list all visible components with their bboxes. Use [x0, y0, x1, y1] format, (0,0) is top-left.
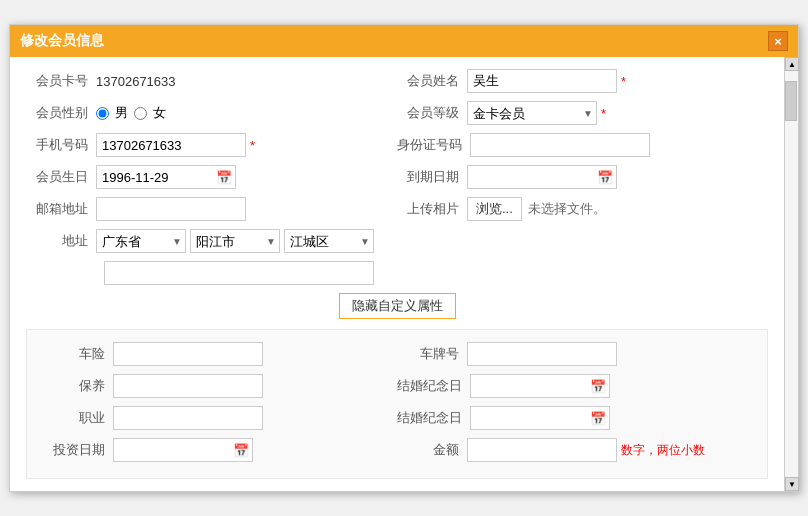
row-gender-level: 会员性别 男 女 会员等级 金卡会员 银卡会: [26, 101, 768, 125]
email-field: 邮箱地址: [26, 197, 397, 221]
gender-male-label: 男: [115, 104, 128, 122]
address-row: 地址 广东省 ▼ 阳江市 ▼: [26, 229, 768, 253]
birthday-field: 会员生日 📅: [26, 165, 397, 189]
edit-member-dialog: 修改会员信息 × 会员卡号 13702671633 会员姓名 *: [9, 24, 799, 492]
expire-field: 到期日期 📅: [397, 165, 768, 189]
city-select[interactable]: 阳江市: [190, 229, 280, 253]
custom-row-invest: 投资日期 📅 金额 数字，两位小数: [43, 438, 751, 462]
wedding-anniversary1-label: 结婚纪念日: [397, 377, 470, 395]
member-level-select-wrapper: 金卡会员 银卡会员 普通会员 ▼: [467, 101, 597, 125]
member-card-field: 会员卡号 13702671633: [26, 69, 397, 93]
dialog-scrollbar-area: 会员卡号 13702671633 会员姓名 * 会员性别: [10, 57, 798, 491]
member-gender-field: 会员性别 男 女: [26, 101, 397, 125]
upload-label: 上传相片: [397, 200, 467, 218]
wedding1-input[interactable]: [470, 374, 610, 398]
member-name-field: 会员姓名 *: [397, 69, 768, 93]
idcard-field: 身份证号码: [397, 133, 768, 157]
member-level-field: 会员等级 金卡会员 银卡会员 普通会员 ▼ *: [397, 101, 768, 125]
amount-label: 金额: [397, 441, 467, 459]
idcard-input[interactable]: [470, 133, 650, 157]
city-select-wrapper: 阳江市 ▼: [190, 229, 280, 253]
wedding-anniversary2-label: 结婚纪念日: [397, 409, 470, 427]
browse-button[interactable]: 浏览...: [467, 197, 522, 221]
email-label: 邮箱地址: [26, 200, 96, 218]
license-plate-input[interactable]: [467, 342, 617, 366]
member-level-label: 会员等级: [397, 104, 467, 122]
scroll-down-button[interactable]: ▼: [785, 477, 799, 491]
row-email-upload: 邮箱地址 上传相片 浏览... 未选择文件。: [26, 197, 768, 221]
member-name-input[interactable]: [467, 69, 617, 93]
birthday-input[interactable]: [96, 165, 236, 189]
province-select[interactable]: 广东省: [96, 229, 186, 253]
member-gender-label: 会员性别: [26, 104, 96, 122]
province-select-wrapper: 广东省 ▼: [96, 229, 186, 253]
upload-field: 上传相片 浏览... 未选择文件。: [397, 197, 768, 221]
wedding2-date-wrapper: 📅: [470, 406, 610, 430]
level-required: *: [601, 106, 606, 121]
expire-input[interactable]: [467, 165, 617, 189]
row-birthday-expire: 会员生日 📅 到期日期 📅: [26, 165, 768, 189]
expire-label: 到期日期: [397, 168, 467, 186]
dialog-title: 修改会员信息: [20, 32, 104, 50]
maintenance-field: 保养: [43, 374, 397, 398]
member-name-label: 会员姓名: [397, 72, 467, 90]
no-file-text: 未选择文件。: [528, 200, 606, 218]
career-label: 职业: [43, 409, 113, 427]
career-input[interactable]: [113, 406, 263, 430]
custom-row-car: 车险 车牌号: [43, 342, 751, 366]
custom-row-maintenance: 保养 结婚纪念日 📅: [43, 374, 751, 398]
wedding1-date-wrapper: 📅: [470, 374, 610, 398]
birthday-date-wrapper: 📅: [96, 165, 236, 189]
district-select-wrapper: 江城区 ▼: [284, 229, 374, 253]
amount-hint: 数字，两位小数: [621, 442, 705, 459]
invest-date-wrapper: 📅: [113, 438, 253, 462]
email-input[interactable]: [96, 197, 246, 221]
wedding2-field: 结婚纪念日 📅: [397, 406, 751, 430]
car-insurance-label: 车险: [43, 345, 113, 363]
phone-field: 手机号码 *: [26, 133, 397, 157]
invest-date-label: 投资日期: [43, 441, 113, 459]
wedding2-input[interactable]: [470, 406, 610, 430]
dialog-main-content: 会员卡号 13702671633 会员姓名 * 会员性别: [10, 57, 784, 491]
scroll-track: [785, 71, 798, 477]
district-select[interactable]: 江城区: [284, 229, 374, 253]
dialog-body: 会员卡号 13702671633 会员姓名 * 会员性别: [10, 57, 784, 491]
amount-input[interactable]: [467, 438, 617, 462]
car-insurance-input[interactable]: [113, 342, 263, 366]
career-field: 职业: [43, 406, 397, 430]
birthday-label: 会员生日: [26, 168, 96, 186]
dialog-header: 修改会员信息 ×: [10, 25, 798, 57]
address-label: 地址: [26, 232, 96, 250]
phone-required: *: [250, 138, 255, 153]
gender-female-radio[interactable]: [134, 107, 147, 120]
maintenance-label: 保养: [43, 377, 113, 395]
car-insurance-field: 车险: [43, 342, 397, 366]
gender-female-label: 女: [153, 104, 166, 122]
scroll-up-button[interactable]: ▲: [785, 57, 799, 71]
custom-section: 车险 车牌号 保养: [26, 329, 768, 479]
row-card-name: 会员卡号 13702671633 会员姓名 *: [26, 69, 768, 93]
member-card-label: 会员卡号: [26, 72, 96, 90]
invest-date-field: 投资日期 📅: [43, 438, 397, 462]
hide-custom-wrapper: 隐藏自定义属性: [26, 293, 768, 319]
license-plate-field: 车牌号: [397, 342, 751, 366]
phone-label: 手机号码: [26, 136, 96, 154]
name-required: *: [621, 74, 626, 89]
idcard-label: 身份证号码: [397, 136, 470, 154]
member-card-value: 13702671633: [96, 74, 216, 89]
close-button[interactable]: ×: [768, 31, 788, 51]
row-phone-idcard: 手机号码 * 身份证号码: [26, 133, 768, 157]
invest-date-input[interactable]: [113, 438, 253, 462]
expire-date-wrapper: 📅: [467, 165, 617, 189]
dialog-scrollbar: ▲ ▼: [784, 57, 798, 491]
maintenance-input[interactable]: [113, 374, 263, 398]
scroll-thumb[interactable]: [785, 81, 797, 121]
gender-radio-group: 男 女: [96, 104, 166, 122]
hide-custom-button[interactable]: 隐藏自定义属性: [339, 293, 456, 319]
gender-male-radio[interactable]: [96, 107, 109, 120]
phone-input[interactable]: [96, 133, 246, 157]
address-detail-input[interactable]: [104, 261, 374, 285]
member-level-select[interactable]: 金卡会员 银卡会员 普通会员: [467, 101, 597, 125]
address-text-row: [104, 261, 768, 285]
address-selects: 广东省 ▼ 阳江市 ▼ 江城区: [96, 229, 374, 253]
